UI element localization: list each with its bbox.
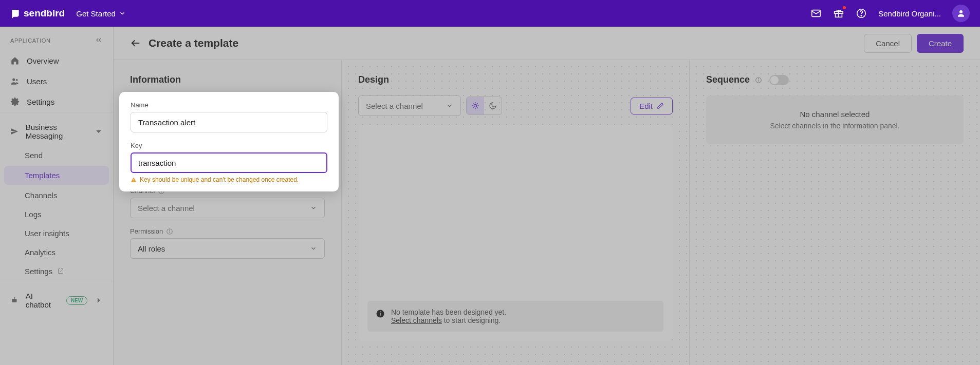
info-icon[interactable] xyxy=(755,76,762,84)
svg-point-36 xyxy=(759,78,759,79)
svg-point-22 xyxy=(474,104,476,107)
sun-icon xyxy=(471,102,479,110)
sidebar-label: Logs xyxy=(25,210,42,219)
permission-value: All roles xyxy=(138,244,165,253)
create-button[interactable]: Create xyxy=(917,34,964,53)
chevron-down-icon xyxy=(95,127,103,136)
person-icon xyxy=(956,9,966,18)
page-title: Create a template xyxy=(149,37,238,49)
help-icon[interactable] xyxy=(856,8,867,19)
edit-button[interactable]: Edit xyxy=(631,98,673,114)
svg-line-29 xyxy=(473,107,473,108)
sidebar-label: Overview xyxy=(27,56,59,65)
brand-name: sendbird xyxy=(24,8,65,19)
key-label: Key xyxy=(131,142,327,149)
sidebar-item-overview[interactable]: Overview xyxy=(0,50,113,71)
sidebar-label: Settings xyxy=(27,98,54,106)
main-area: Create a template Cancel Create Informat… xyxy=(114,27,980,365)
key-group-highlight: Key Key should be unique and can't be ch… xyxy=(131,142,327,183)
sidebar-sub-send[interactable]: Send xyxy=(0,146,113,165)
select-channels-link[interactable]: Select channels xyxy=(391,316,442,324)
pencil-icon xyxy=(657,102,664,109)
brand-logo[interactable]: sendbird xyxy=(10,8,65,19)
chevrons-left-icon xyxy=(95,36,103,44)
svg-line-30 xyxy=(477,103,477,104)
svg-point-33 xyxy=(380,311,381,312)
sidebar-label: Templates xyxy=(25,171,60,180)
permission-group: Permission All roles xyxy=(130,227,325,259)
design-controls: Select a channel Edit xyxy=(358,95,673,116)
sequence-empty-state: No channel selected Select channels in t… xyxy=(706,95,964,144)
sidebar-sub-logs[interactable]: Logs xyxy=(0,205,113,224)
get-started-label: Get Started xyxy=(76,9,116,18)
get-started-menu[interactable]: Get Started xyxy=(76,9,126,18)
sidebar-label: Send xyxy=(25,151,43,160)
channel-group: Channel Select a channel xyxy=(130,187,325,218)
dark-mode-toggle[interactable] xyxy=(484,97,502,114)
sidebar-item-business-messaging[interactable]: Business Messaging xyxy=(0,112,113,146)
channel-placeholder: Select a channel xyxy=(138,204,195,213)
empty-line1: No template has been designed yet. xyxy=(391,308,506,316)
sidebar-label: Users xyxy=(27,77,47,86)
permission-label: Permission xyxy=(130,227,325,235)
key-warning: Key should be unique and can't be change… xyxy=(131,176,327,183)
moon-icon xyxy=(489,102,497,110)
home-icon xyxy=(10,56,20,65)
sidebar-sub-settings[interactable]: Settings xyxy=(0,262,113,281)
warning-icon xyxy=(131,177,137,183)
sidebar-collapse-button[interactable] xyxy=(95,36,103,45)
chevron-down-icon xyxy=(310,204,317,212)
sidebar-sub-analytics[interactable]: Analytics xyxy=(0,243,113,262)
key-input[interactable] xyxy=(131,152,327,173)
sequence-header: Sequence xyxy=(706,74,964,85)
sidebar-label: Channels xyxy=(25,191,57,200)
sequence-title-text: Sequence xyxy=(706,74,750,85)
svg-point-7 xyxy=(12,78,15,81)
mail-icon[interactable] xyxy=(810,8,822,19)
preview-empty-message: No template has been designed yet. Selec… xyxy=(367,301,663,332)
sidebar-group-ai: AI chatbot NEW xyxy=(0,281,113,315)
sequence-panel: Sequence No channel selected Select chan… xyxy=(690,60,980,365)
name-input[interactable] xyxy=(131,112,327,132)
light-mode-toggle[interactable] xyxy=(467,97,484,114)
channel-select[interactable]: Select a channel xyxy=(130,198,325,218)
external-link-icon xyxy=(58,267,64,276)
sidebar-sub-channels[interactable]: Channels xyxy=(0,186,113,205)
svg-point-6 xyxy=(959,10,963,13)
empty-line2: to start designing. xyxy=(442,316,501,324)
info-icon[interactable] xyxy=(166,228,173,235)
sidebar-label: Analytics xyxy=(25,248,56,257)
gift-icon[interactable] xyxy=(833,8,844,19)
gear-icon xyxy=(10,97,20,106)
sidebar-sub-templates[interactable]: Templates xyxy=(4,166,109,185)
sidebar-sub-user-insights[interactable]: User insights xyxy=(0,224,113,243)
chevron-down-icon xyxy=(310,245,317,252)
highlighted-fields-card: Name Key Key should be unique and can't … xyxy=(119,92,339,191)
svg-point-21 xyxy=(170,229,170,230)
sequence-title: Sequence xyxy=(706,74,762,85)
top-nav-right: Sendbird Organi... xyxy=(810,5,970,22)
permission-select[interactable]: All roles xyxy=(130,238,325,259)
user-avatar[interactable] xyxy=(952,5,970,22)
sidebar-item-users[interactable]: Users xyxy=(0,71,113,91)
key-warning-text: Key should be unique and can't be change… xyxy=(140,176,299,183)
cancel-button[interactable]: Cancel xyxy=(864,34,912,53)
sidebar-section-application: APPLICATION xyxy=(0,27,113,50)
sidebar-item-ai-chatbot[interactable]: AI chatbot NEW xyxy=(0,281,113,315)
info-icon xyxy=(376,309,385,318)
org-name[interactable]: Sendbird Organi... xyxy=(878,9,941,18)
robot-icon xyxy=(10,296,19,305)
sidebar-item-settings[interactable]: Settings xyxy=(0,91,113,112)
back-arrow-button[interactable] xyxy=(130,37,141,49)
users-icon xyxy=(10,76,20,86)
design-panel: Design Select a channel xyxy=(342,60,690,365)
seq-empty-sub: Select channels in the information panel… xyxy=(716,122,953,130)
new-badge: NEW xyxy=(66,296,87,305)
svg-point-8 xyxy=(16,79,18,81)
sequence-toggle[interactable] xyxy=(769,75,789,85)
sidebar-label: Settings xyxy=(25,267,52,276)
top-nav: sendbird Get Started Sendbird Organi... xyxy=(0,0,980,27)
app-shell: APPLICATION Overview Users Settings Busi… xyxy=(0,27,980,365)
design-channel-select[interactable]: Select a channel xyxy=(358,95,461,116)
info-title: Information xyxy=(130,74,325,85)
